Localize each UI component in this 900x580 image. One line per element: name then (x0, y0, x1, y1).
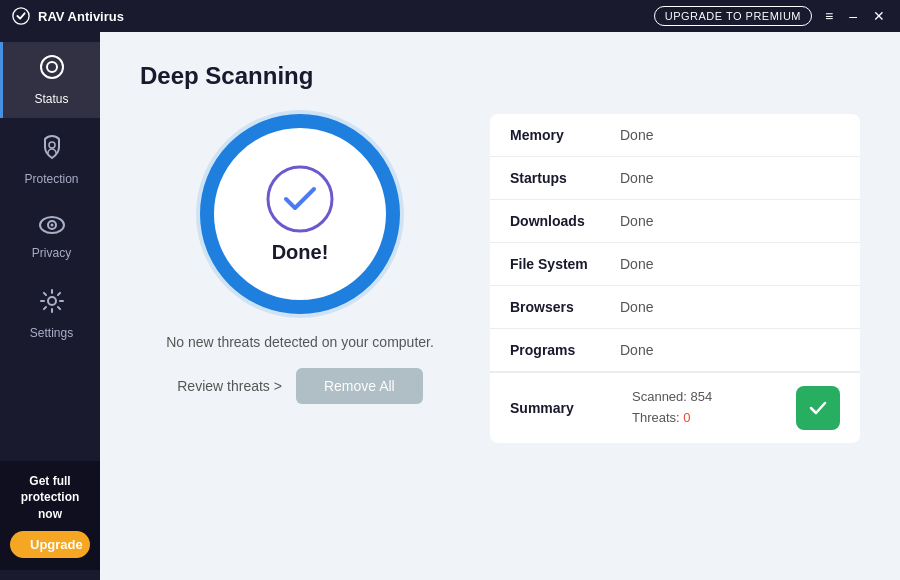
remove-all-button[interactable]: Remove All (296, 368, 423, 404)
threats-count: Threats: 0 (632, 408, 784, 429)
no-threats-message: No new threats detected on your computer… (166, 334, 434, 350)
scan-results-panel: Memory Done Startups Done Downloads Done… (490, 114, 860, 560)
scan-row-status-filesystem: Done (620, 256, 653, 272)
scan-circle-inner: Done! (266, 165, 334, 264)
threats-label: Threats: (632, 410, 680, 425)
sidebar-item-protection[interactable]: Protection (0, 122, 100, 198)
svg-point-7 (48, 297, 56, 305)
scan-row-programs: Programs Done (490, 329, 860, 372)
close-button[interactable]: ✕ (870, 8, 888, 24)
summary-stats: Scanned: 854 Threats: 0 (632, 387, 784, 429)
scan-row-status-memory: Done (620, 127, 653, 143)
scan-row-memory: Memory Done (490, 114, 860, 157)
scan-row-downloads: Downloads Done (490, 200, 860, 243)
upgrade-button[interactable]: Upgrade (10, 531, 90, 558)
scan-circle-outer: Done! (200, 114, 400, 314)
sidebar: Status Protection Privacy (0, 32, 100, 580)
main-content: Deep Scanning Done! (100, 32, 900, 580)
action-row: Review threats > Remove All (177, 368, 422, 404)
sidebar-settings-label: Settings (30, 326, 73, 340)
title-bar: RAV Antivirus UPGRADE TO PREMIUM ≡ – ✕ (0, 0, 900, 32)
sidebar-item-settings[interactable]: Settings (0, 276, 100, 352)
title-bar-controls: UPGRADE TO PREMIUM ≡ – ✕ (654, 6, 888, 26)
scanned-label: Scanned: (632, 389, 687, 404)
done-check-icon (266, 165, 334, 233)
svg-point-3 (49, 142, 55, 148)
scan-row-status-programs: Done (620, 342, 653, 358)
scan-row-name-browsers: Browsers (510, 299, 620, 315)
status-icon (39, 54, 65, 86)
scanned-count: Scanned: 854 (632, 387, 784, 408)
settings-icon (39, 288, 65, 320)
sidebar-upgrade-text: Get full protection now (8, 473, 92, 523)
privacy-icon (39, 214, 65, 240)
scan-row-summary: Summary Scanned: 854 Threats: 0 (490, 372, 860, 443)
scan-row-name-filesystem: File System (510, 256, 620, 272)
scan-row-filesystem: File System Done (490, 243, 860, 286)
sidebar-upgrade-section: Get full protection now Upgrade (0, 461, 100, 570)
minimize-button[interactable]: – (846, 8, 860, 24)
svg-point-6 (50, 224, 53, 227)
summary-check-button[interactable] (796, 386, 840, 430)
done-text: Done! (272, 241, 329, 264)
scan-row-name-startups: Startups (510, 170, 620, 186)
scan-row-name-memory: Memory (510, 127, 620, 143)
menu-button[interactable]: ≡ (822, 8, 836, 24)
svg-point-0 (13, 8, 29, 24)
sidebar-privacy-label: Privacy (32, 246, 71, 260)
scan-row-status-browsers: Done (620, 299, 653, 315)
scan-row-browsers: Browsers Done (490, 286, 860, 329)
svg-point-2 (47, 62, 57, 72)
rav-logo-icon (12, 7, 30, 25)
svg-point-1 (41, 56, 63, 78)
scan-row-status-startups: Done (620, 170, 653, 186)
summary-label: Summary (510, 400, 620, 416)
app-title-area: RAV Antivirus (12, 7, 124, 25)
sidebar-item-privacy[interactable]: Privacy (0, 202, 100, 272)
app-title: RAV Antivirus (38, 9, 124, 24)
left-panel: Done! No new threats detected on your co… (140, 114, 460, 560)
summary-check-icon (806, 396, 830, 420)
scan-row-name-downloads: Downloads (510, 213, 620, 229)
scan-row-name-programs: Programs (510, 342, 620, 358)
protection-icon (40, 134, 64, 166)
scan-circle: Done! (200, 114, 400, 314)
app-body: Status Protection Privacy (0, 32, 900, 580)
threats-number: 0 (683, 410, 690, 425)
scan-row-status-downloads: Done (620, 213, 653, 229)
scanned-number: 854 (691, 389, 713, 404)
review-threats-button[interactable]: Review threats > (177, 378, 282, 394)
main-row: Done! No new threats detected on your co… (140, 114, 860, 560)
scan-row-startups: Startups Done (490, 157, 860, 200)
sidebar-protection-label: Protection (24, 172, 78, 186)
svg-point-8 (268, 167, 332, 231)
sidebar-status-label: Status (34, 92, 68, 106)
upgrade-premium-button[interactable]: UPGRADE TO PREMIUM (654, 6, 812, 26)
page-title: Deep Scanning (140, 62, 860, 90)
sidebar-item-status[interactable]: Status (0, 42, 100, 118)
